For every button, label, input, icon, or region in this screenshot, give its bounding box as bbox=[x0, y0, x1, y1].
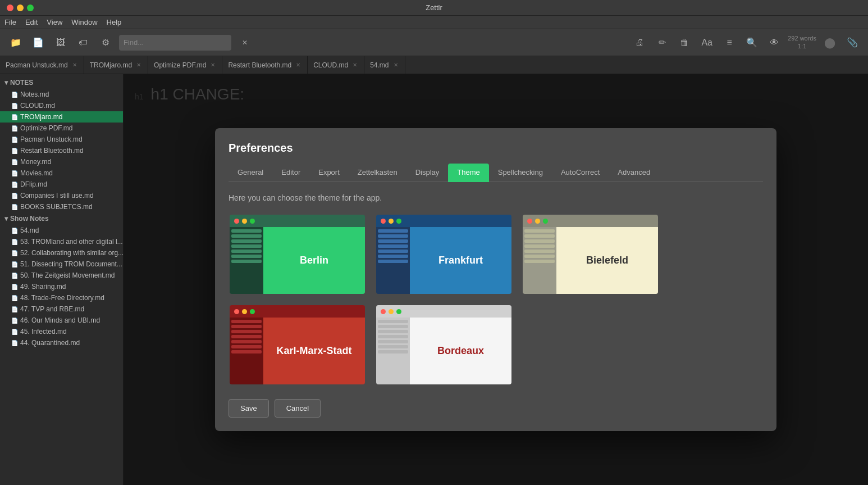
tab-pacman[interactable]: Pacman Unstuck.md ✕ bbox=[0, 56, 84, 74]
tab-54[interactable]: 54.md ✕ bbox=[364, 56, 405, 74]
sidebar-line bbox=[524, 260, 555, 263]
sidebar-line bbox=[524, 239, 555, 243]
sidebar-item-movies[interactable]: 📄 Movies.md bbox=[0, 167, 123, 179]
theme-card-berlin[interactable]: Berlin bbox=[229, 214, 366, 295]
sidebar-line bbox=[378, 320, 408, 323]
sidebar-item-49[interactable]: 📄 49. Sharing.md bbox=[0, 281, 123, 292]
notes-section-header[interactable]: ▾ NOTES bbox=[0, 76, 123, 89]
sidebar-item-50[interactable]: 📄 50. The Zeitgeist Movement.md bbox=[0, 270, 123, 281]
pref-tab-autocorrect[interactable]: AutoCorrect bbox=[552, 164, 609, 182]
sidebar-item-dflip[interactable]: 📄 DFlip.md bbox=[0, 179, 123, 190]
sidebar-line bbox=[231, 239, 262, 243]
sidebar-line bbox=[378, 244, 408, 248]
tab-label: TROMjaro.md bbox=[90, 61, 132, 69]
close-button[interactable] bbox=[7, 4, 13, 11]
open-folder-icon[interactable]: 📁 bbox=[7, 34, 25, 52]
theme-card-karl[interactable]: Karl-Marx-Stadt bbox=[229, 304, 366, 386]
menu-edit[interactable]: Edit bbox=[25, 18, 38, 26]
tab-restart[interactable]: Restart Bluetooth.md ✕ bbox=[222, 56, 308, 74]
menu-view[interactable]: View bbox=[47, 18, 62, 26]
pref-tab-editor[interactable]: Editor bbox=[272, 164, 309, 182]
sidebar-line bbox=[378, 325, 408, 328]
sidebar-item-tromjaro[interactable]: 📄 TROMjaro.md bbox=[0, 111, 123, 123]
editor-area[interactable]: h1 h1 CHANGE: Preferences General Editor… bbox=[124, 74, 868, 485]
tab-close-restart[interactable]: ✕ bbox=[295, 61, 301, 69]
theme-main-karl: Karl-Marx-Stadt bbox=[263, 318, 365, 384]
tab-cloud[interactable]: CLOUD.md ✕ bbox=[308, 56, 364, 74]
tab-label: Optimize PDF.md bbox=[154, 61, 206, 69]
sidebar-item-54[interactable]: 📄 54.md bbox=[0, 225, 123, 236]
tab-optimize[interactable]: Optimize PDF.md ✕ bbox=[148, 56, 222, 74]
close-search-icon[interactable]: ✕ bbox=[236, 34, 254, 52]
sidebar-line bbox=[524, 234, 555, 238]
preview-icon[interactable]: 👁 bbox=[765, 34, 783, 52]
image-icon[interactable]: 🖼 bbox=[52, 34, 70, 52]
sidebar-line bbox=[231, 229, 262, 233]
show-notes-section-header[interactable]: ▾ Show Notes bbox=[0, 212, 123, 225]
sidebar-item-45[interactable]: 📄 45. Infected.md bbox=[0, 326, 123, 337]
menu-window[interactable]: Window bbox=[71, 18, 97, 26]
tab-close-pacman[interactable]: ✕ bbox=[71, 61, 78, 69]
sidebar-item-companies[interactable]: 📄 Companies I still use.md bbox=[0, 190, 123, 201]
sidebar-item-pacman[interactable]: 📄 Pacman Unstuck.md bbox=[0, 134, 123, 145]
font-icon[interactable]: Aa bbox=[698, 34, 716, 52]
sidebar-item-money[interactable]: 📄 Money.md bbox=[0, 156, 123, 167]
sidebar-item-51[interactable]: 📄 51. Dissecting TROM Document... bbox=[0, 259, 123, 270]
tab-tromjaro[interactable]: TROMjaro.md ✕ bbox=[84, 56, 148, 74]
sidebar-line bbox=[378, 234, 408, 238]
sidebar-item-notes[interactable]: 📄 Notes.md bbox=[0, 89, 123, 100]
sidebar-item-books[interactable]: 📄 BOOKS SUBJETCS.md bbox=[0, 201, 123, 212]
tab-close-cloud[interactable]: ✕ bbox=[351, 61, 358, 69]
theme-main-berlin: Berlin bbox=[263, 227, 365, 294]
sidebar-item-restart[interactable]: 📄 Restart Bluetooth.md bbox=[0, 145, 123, 156]
search-input[interactable] bbox=[119, 35, 231, 51]
sidebar-item-52[interactable]: 📄 52. Collaborating with similar org... bbox=[0, 247, 123, 259]
sidebar-item-53[interactable]: 📄 53. TROMland and other digital l... bbox=[0, 236, 123, 247]
menu-file[interactable]: File bbox=[4, 18, 16, 26]
sidebar-item-cloud[interactable]: 📄 CLOUD.md bbox=[0, 100, 123, 111]
settings-icon[interactable]: ⚙ bbox=[97, 34, 115, 52]
theme-card-frankfurt[interactable]: Frankfurt bbox=[375, 214, 513, 295]
sidebar-line bbox=[378, 255, 408, 258]
file-icon: 📄 bbox=[11, 261, 18, 268]
pref-tab-theme[interactable]: Theme bbox=[448, 164, 488, 182]
new-file-icon[interactable]: 📄 bbox=[29, 34, 47, 52]
minimize-button[interactable] bbox=[17, 4, 24, 11]
pref-tab-general[interactable]: General bbox=[229, 164, 272, 182]
dot-yellow bbox=[242, 219, 247, 224]
tab-close-optimize[interactable]: ✕ bbox=[209, 61, 216, 69]
pref-tab-export[interactable]: Export bbox=[309, 164, 349, 182]
tab-close-tromjaro[interactable]: ✕ bbox=[135, 61, 142, 69]
theme-titlebar-frankfurt bbox=[376, 215, 511, 227]
theme-card-bordeaux[interactable]: Bordeaux bbox=[375, 304, 513, 386]
menu-help[interactable]: Help bbox=[107, 18, 122, 26]
sidebar-item-47[interactable]: 📄 47. TVP and RBE.md bbox=[0, 303, 123, 315]
search-icon[interactable]: 🔍 bbox=[743, 34, 761, 52]
preferences-title: Preferences bbox=[229, 142, 763, 155]
sidebar-line bbox=[231, 345, 262, 348]
pref-tab-zettelkasten[interactable]: Zettelkasten bbox=[349, 164, 406, 182]
word-count: 292 words 1:1 bbox=[788, 35, 816, 49]
format-icon[interactable]: ≡ bbox=[720, 34, 738, 52]
pen-icon[interactable]: ✏ bbox=[653, 34, 671, 52]
save-button[interactable]: Save bbox=[229, 399, 269, 418]
pref-tab-advanced[interactable]: Advanced bbox=[609, 164, 659, 182]
file-icon: 📄 bbox=[11, 148, 18, 154]
sidebar-item-46[interactable]: 📄 46. Our Minds and UBI.md bbox=[0, 315, 123, 326]
delete-icon[interactable]: 🗑 bbox=[675, 34, 693, 52]
tab-label: Pacman Unstuck.md bbox=[6, 61, 68, 69]
pref-tab-display[interactable]: Display bbox=[406, 164, 449, 182]
tab-close-54[interactable]: ✕ bbox=[392, 61, 399, 69]
pref-tab-spellchecking[interactable]: Spellchecking bbox=[489, 164, 552, 182]
attachment-icon[interactable]: 📎 bbox=[843, 34, 861, 52]
theme-card-bielefeld[interactable]: Bielefeld bbox=[522, 214, 659, 295]
print-icon[interactable]: 🖨 bbox=[631, 34, 648, 52]
circle-icon[interactable]: ⬤ bbox=[821, 34, 839, 52]
sidebar-item-44[interactable]: 📄 44. Quarantined.md bbox=[0, 337, 123, 348]
cancel-button[interactable]: Cancel bbox=[275, 399, 321, 418]
sidebar-item-optimize[interactable]: 📄 Optimize PDF.md bbox=[0, 123, 123, 134]
sidebar-item-48[interactable]: 📄 48. Trade-Free Directory.md bbox=[0, 292, 123, 303]
maximize-button[interactable] bbox=[27, 4, 34, 11]
sidebar-line bbox=[231, 325, 262, 328]
tag-icon[interactable]: 🏷 bbox=[74, 34, 92, 52]
